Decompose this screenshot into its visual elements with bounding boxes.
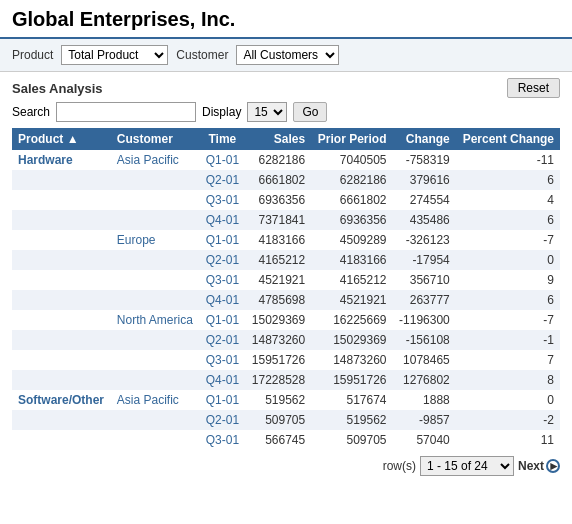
cell-product: [12, 250, 111, 270]
col-time[interactable]: Time: [200, 128, 246, 150]
cell-product: [12, 410, 111, 430]
cell-prior_period: 6282186: [311, 170, 392, 190]
cell-prior_period: 517674: [311, 390, 392, 410]
cell-prior_period: 15951726: [311, 370, 392, 390]
cell-change: 1888: [393, 390, 456, 410]
section-title: Sales Analysis: [12, 81, 103, 96]
col-customer[interactable]: Customer: [111, 128, 200, 150]
table-row: Q4-01172285281595172612768028: [12, 370, 560, 390]
cell-product: [12, 310, 111, 330]
cell-sales: 6936356: [245, 190, 311, 210]
cell-time: Q2-01: [200, 250, 246, 270]
cell-change: -326123: [393, 230, 456, 250]
col-prior-period[interactable]: Prior Period: [311, 128, 392, 150]
table-row: Q3-01159517261487326010784657: [12, 350, 560, 370]
cell-sales: 4521921: [245, 270, 311, 290]
search-label: Search: [12, 105, 50, 119]
cell-time: Q4-01: [200, 370, 246, 390]
product-select[interactable]: Total ProductHardwareSoftware/Other: [61, 45, 168, 65]
cell-sales: 4785698: [245, 290, 311, 310]
cell-time: Q4-01: [200, 210, 246, 230]
data-table: Product ▲ Customer Time Sales Prior Peri…: [12, 128, 560, 450]
go-button[interactable]: Go: [293, 102, 327, 122]
rows-label: row(s): [383, 459, 416, 473]
table-row: Q4-01737184169363564354866: [12, 210, 560, 230]
reset-button[interactable]: Reset: [507, 78, 560, 98]
cell-time: Q1-01: [200, 230, 246, 250]
cell-time: Q2-01: [200, 330, 246, 350]
toolbar: Product Total ProductHardwareSoftware/Ot…: [0, 39, 572, 72]
customer-select[interactable]: All CustomersAsia PacificEuropeNorth Ame…: [236, 45, 339, 65]
cell-percent_change: -1: [456, 330, 560, 350]
cell-prior_period: 509705: [311, 430, 392, 450]
customer-label: Customer: [176, 48, 228, 62]
cell-change: 263777: [393, 290, 456, 310]
cell-percent_change: 6: [456, 170, 560, 190]
col-sales[interactable]: Sales: [245, 128, 311, 150]
cell-product: [12, 330, 111, 350]
table-row: HardwareAsia PacificQ1-0162821867040505-…: [12, 150, 560, 170]
table-row: Software/OtherAsia PacificQ1-01519562517…: [12, 390, 560, 410]
product-label: Product: [12, 48, 53, 62]
table-row: Q3-015667455097055704011: [12, 430, 560, 450]
col-percent-change[interactable]: Percent Change: [456, 128, 560, 150]
cell-product: [12, 190, 111, 210]
cell-time: Q1-01: [200, 390, 246, 410]
cell-customer: [111, 290, 200, 310]
cell-percent_change: 9: [456, 270, 560, 290]
cell-change: -758319: [393, 150, 456, 170]
rows-select[interactable]: 1 - 15 of 2416 - 24 of 24: [420, 456, 514, 476]
cell-time: Q4-01: [200, 290, 246, 310]
cell-product: [12, 230, 111, 250]
display-select[interactable]: 10152025: [247, 102, 287, 122]
cell-change: -156108: [393, 330, 456, 350]
cell-time: Q1-01: [200, 150, 246, 170]
cell-change: 356710: [393, 270, 456, 290]
cell-sales: 509705: [245, 410, 311, 430]
cell-time: Q2-01: [200, 170, 246, 190]
cell-change: -17954: [393, 250, 456, 270]
cell-prior_period: 4183166: [311, 250, 392, 270]
next-button[interactable]: Next ►: [518, 459, 560, 473]
cell-time: Q2-01: [200, 410, 246, 430]
cell-prior_period: 6661802: [311, 190, 392, 210]
cell-percent_change: -11: [456, 150, 560, 170]
col-product[interactable]: Product ▲: [12, 128, 111, 150]
cell-prior_period: 4521921: [311, 290, 392, 310]
display-label: Display: [202, 105, 241, 119]
cell-customer: Europe: [111, 230, 200, 250]
cell-change: -9857: [393, 410, 456, 430]
section-header: Sales Analysis Reset: [12, 78, 560, 98]
table-row: Q3-01452192141652123567109: [12, 270, 560, 290]
search-input[interactable]: [56, 102, 196, 122]
cell-customer: [111, 170, 200, 190]
page-header: Global Enterprises, Inc.: [0, 0, 572, 39]
cell-sales: 519562: [245, 390, 311, 410]
cell-customer: [111, 330, 200, 350]
company-title: Global Enterprises, Inc.: [12, 8, 560, 31]
table-row: Q4-01478569845219212637776: [12, 290, 560, 310]
cell-product: Software/Other: [12, 390, 111, 410]
cell-product: [12, 270, 111, 290]
cell-sales: 566745: [245, 430, 311, 450]
cell-prior_period: 7040505: [311, 150, 392, 170]
table-row: Q3-01693635666618022745544: [12, 190, 560, 210]
col-change[interactable]: Change: [393, 128, 456, 150]
cell-prior_period: 15029369: [311, 330, 392, 350]
cell-sales: 7371841: [245, 210, 311, 230]
cell-time: Q1-01: [200, 310, 246, 330]
cell-customer: [111, 190, 200, 210]
cell-customer: Asia Pacific: [111, 150, 200, 170]
cell-customer: [111, 370, 200, 390]
table-body: HardwareAsia PacificQ1-0162821867040505-…: [12, 150, 560, 450]
cell-change: -1196300: [393, 310, 456, 330]
cell-percent_change: -7: [456, 230, 560, 250]
cell-change: 57040: [393, 430, 456, 450]
cell-percent_change: 0: [456, 390, 560, 410]
cell-customer: [111, 270, 200, 290]
cell-prior_period: 4509289: [311, 230, 392, 250]
cell-change: 379616: [393, 170, 456, 190]
cell-time: Q3-01: [200, 270, 246, 290]
cell-prior_period: 14873260: [311, 350, 392, 370]
cell-customer: [111, 250, 200, 270]
